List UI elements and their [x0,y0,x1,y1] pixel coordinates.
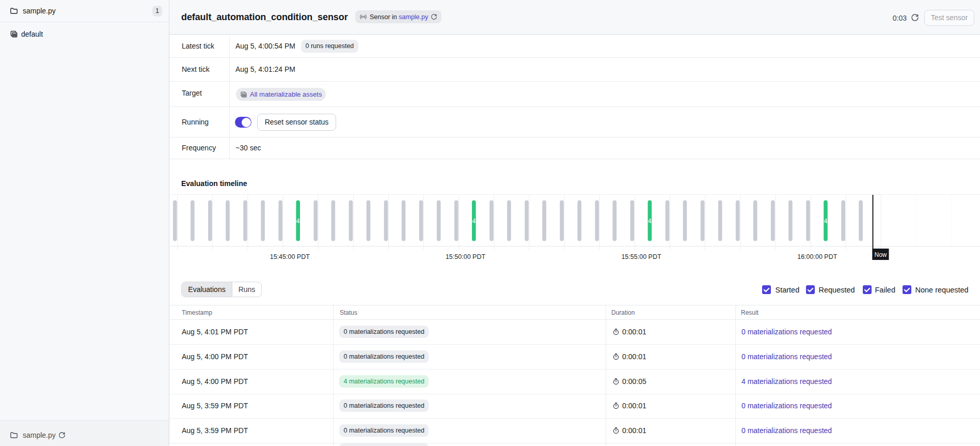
svg-text:16:00:00 PDT: 16:00:00 PDT [797,253,837,260]
svg-text:4: 4 [648,218,652,225]
svg-text:4: 4 [824,218,828,225]
svg-text:4: 4 [472,218,476,225]
svg-text:15:55:00 PDT: 15:55:00 PDT [621,253,661,260]
svg-text:Now: Now [874,251,887,258]
svg-text:15:45:00 PDT: 15:45:00 PDT [270,253,310,260]
svg-text:4: 4 [296,218,300,225]
svg-text:15:50:00 PDT: 15:50:00 PDT [446,253,485,260]
